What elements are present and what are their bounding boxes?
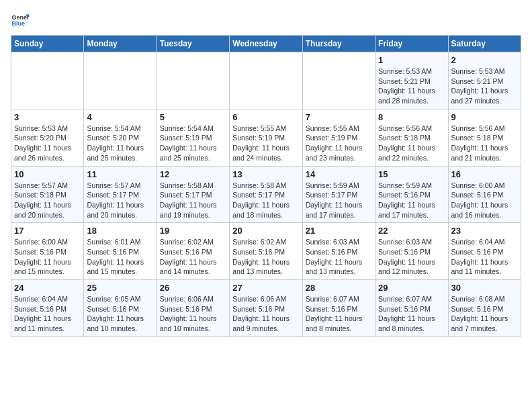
day-info: Sunrise: 5:53 AMSunset: 5:21 PMDaylight:… — [451, 66, 518, 106]
day-info: Sunrise: 5:59 AMSunset: 5:17 PMDaylight:… — [306, 181, 372, 220]
day-number: 19 — [160, 226, 226, 236]
calendar-cell — [11, 52, 84, 109]
calendar-cell: 27Sunrise: 6:06 AMSunset: 5:16 PMDayligh… — [230, 280, 302, 337]
logo-icon: General Blue — [11, 11, 30, 30]
day-number: 2 — [451, 55, 518, 65]
weekday-header-saturday: Saturday — [448, 36, 521, 52]
day-info: Sunrise: 6:06 AMSunset: 5:16 PMDaylight:… — [232, 294, 299, 334]
week-row-3: 10Sunrise: 5:57 AMSunset: 5:18 PMDayligh… — [11, 166, 521, 223]
day-number: 27 — [232, 283, 299, 293]
day-info: Sunrise: 6:02 AMSunset: 5:16 PMDaylight:… — [160, 237, 226, 277]
calendar-cell: 19Sunrise: 6:02 AMSunset: 5:16 PMDayligh… — [157, 223, 229, 280]
day-number: 28 — [306, 283, 372, 293]
day-info: Sunrise: 5:53 AMSunset: 5:20 PMDaylight:… — [14, 124, 81, 163]
day-info: Sunrise: 6:02 AMSunset: 5:16 PMDaylight:… — [232, 237, 299, 277]
day-info: Sunrise: 5:54 AMSunset: 5:20 PMDaylight:… — [87, 124, 153, 163]
day-info: Sunrise: 6:07 AMSunset: 5:16 PMDaylight:… — [378, 294, 445, 334]
day-info: Sunrise: 5:59 AMSunset: 5:16 PMDaylight:… — [378, 181, 445, 220]
day-number: 11 — [87, 169, 153, 179]
week-row-1: 1Sunrise: 5:53 AMSunset: 5:21 PMDaylight… — [11, 52, 521, 109]
calendar-cell: 28Sunrise: 6:07 AMSunset: 5:16 PMDayligh… — [302, 280, 375, 337]
day-info: Sunrise: 6:03 AMSunset: 5:16 PMDaylight:… — [378, 237, 445, 277]
week-row-5: 24Sunrise: 6:04 AMSunset: 5:16 PMDayligh… — [11, 280, 521, 337]
weekday-header-monday: Monday — [84, 36, 157, 52]
day-number: 14 — [306, 169, 372, 179]
calendar-cell: 26Sunrise: 6:06 AMSunset: 5:16 PMDayligh… — [157, 280, 229, 337]
day-info: Sunrise: 6:04 AMSunset: 5:16 PMDaylight:… — [451, 237, 518, 277]
day-number: 24 — [14, 283, 81, 293]
day-number: 1 — [378, 55, 445, 65]
day-number: 10 — [14, 169, 81, 179]
day-number: 13 — [232, 169, 299, 179]
day-number: 17 — [14, 226, 81, 236]
day-info: Sunrise: 6:08 AMSunset: 5:16 PMDaylight:… — [451, 294, 518, 334]
week-row-2: 3Sunrise: 5:53 AMSunset: 5:20 PMDaylight… — [11, 109, 521, 166]
calendar-cell: 22Sunrise: 6:03 AMSunset: 5:16 PMDayligh… — [375, 223, 448, 280]
week-row-4: 17Sunrise: 6:00 AMSunset: 5:16 PMDayligh… — [11, 223, 521, 280]
day-number: 22 — [378, 226, 445, 236]
calendar-cell: 7Sunrise: 5:55 AMSunset: 5:19 PMDaylight… — [302, 109, 375, 166]
day-number: 30 — [451, 283, 518, 293]
day-number: 9 — [451, 112, 518, 122]
calendar-cell: 2Sunrise: 5:53 AMSunset: 5:21 PMDaylight… — [448, 52, 521, 109]
day-info: Sunrise: 5:56 AMSunset: 5:18 PMDaylight:… — [378, 124, 445, 163]
day-number: 23 — [451, 226, 518, 236]
weekday-header-row: SundayMondayTuesdayWednesdayThursdayFrid… — [11, 36, 521, 52]
calendar-cell: 18Sunrise: 6:01 AMSunset: 5:16 PMDayligh… — [84, 223, 157, 280]
calendar-cell: 1Sunrise: 5:53 AMSunset: 5:21 PMDaylight… — [375, 52, 448, 109]
day-info: Sunrise: 6:00 AMSunset: 5:16 PMDaylight:… — [14, 237, 81, 277]
day-number: 6 — [232, 112, 299, 122]
day-number: 3 — [14, 112, 81, 122]
day-number: 25 — [87, 283, 153, 293]
day-info: Sunrise: 6:07 AMSunset: 5:16 PMDaylight:… — [306, 294, 372, 334]
day-info: Sunrise: 5:58 AMSunset: 5:17 PMDaylight:… — [232, 181, 299, 220]
calendar-cell: 6Sunrise: 5:55 AMSunset: 5:19 PMDaylight… — [230, 109, 302, 166]
calendar-cell: 9Sunrise: 5:56 AMSunset: 5:18 PMDaylight… — [448, 109, 521, 166]
calendar-cell: 17Sunrise: 6:00 AMSunset: 5:16 PMDayligh… — [11, 223, 84, 280]
day-number: 15 — [378, 169, 445, 179]
calendar-cell: 24Sunrise: 6:04 AMSunset: 5:16 PMDayligh… — [11, 280, 84, 337]
calendar-cell: 13Sunrise: 5:58 AMSunset: 5:17 PMDayligh… — [230, 166, 302, 223]
page-header: General Blue — [11, 11, 521, 30]
day-number: 29 — [378, 283, 445, 293]
calendar-cell: 20Sunrise: 6:02 AMSunset: 5:16 PMDayligh… — [230, 223, 302, 280]
calendar-cell: 15Sunrise: 5:59 AMSunset: 5:16 PMDayligh… — [375, 166, 448, 223]
day-info: Sunrise: 6:01 AMSunset: 5:16 PMDaylight:… — [87, 237, 153, 277]
logo: General Blue — [11, 11, 32, 30]
day-number: 4 — [87, 112, 153, 122]
calendar-cell: 14Sunrise: 5:59 AMSunset: 5:17 PMDayligh… — [302, 166, 375, 223]
calendar-cell: 3Sunrise: 5:53 AMSunset: 5:20 PMDaylight… — [11, 109, 84, 166]
day-info: Sunrise: 5:55 AMSunset: 5:19 PMDaylight:… — [232, 124, 299, 163]
day-info: Sunrise: 5:56 AMSunset: 5:18 PMDaylight:… — [451, 124, 518, 163]
weekday-header-tuesday: Tuesday — [157, 36, 229, 52]
day-info: Sunrise: 5:53 AMSunset: 5:21 PMDaylight:… — [378, 66, 445, 106]
day-number: 5 — [160, 112, 226, 122]
day-info: Sunrise: 5:54 AMSunset: 5:19 PMDaylight:… — [160, 124, 226, 163]
day-info: Sunrise: 6:06 AMSunset: 5:16 PMDaylight:… — [160, 294, 226, 334]
day-number: 16 — [451, 169, 518, 179]
svg-text:Blue: Blue — [11, 20, 25, 27]
day-info: Sunrise: 6:00 AMSunset: 5:16 PMDaylight:… — [451, 181, 518, 220]
calendar-cell — [84, 52, 157, 109]
weekday-header-friday: Friday — [375, 36, 448, 52]
day-number: 8 — [378, 112, 445, 122]
day-number: 12 — [160, 169, 226, 179]
weekday-header-sunday: Sunday — [11, 36, 84, 52]
day-info: Sunrise: 6:04 AMSunset: 5:16 PMDaylight:… — [14, 294, 81, 334]
calendar-cell: 25Sunrise: 6:05 AMSunset: 5:16 PMDayligh… — [84, 280, 157, 337]
day-info: Sunrise: 5:55 AMSunset: 5:19 PMDaylight:… — [306, 124, 372, 163]
day-info: Sunrise: 6:05 AMSunset: 5:16 PMDaylight:… — [87, 294, 153, 334]
calendar-table: SundayMondayTuesdayWednesdayThursdayFrid… — [11, 35, 521, 337]
day-number: 21 — [306, 226, 372, 236]
day-info: Sunrise: 5:57 AMSunset: 5:17 PMDaylight:… — [87, 181, 153, 220]
day-info: Sunrise: 6:03 AMSunset: 5:16 PMDaylight:… — [306, 237, 372, 277]
weekday-header-thursday: Thursday — [302, 36, 375, 52]
calendar-cell: 21Sunrise: 6:03 AMSunset: 5:16 PMDayligh… — [302, 223, 375, 280]
calendar-cell: 5Sunrise: 5:54 AMSunset: 5:19 PMDaylight… — [157, 109, 229, 166]
day-number: 18 — [87, 226, 153, 236]
day-number: 20 — [232, 226, 299, 236]
calendar-cell: 23Sunrise: 6:04 AMSunset: 5:16 PMDayligh… — [448, 223, 521, 280]
calendar-cell: 16Sunrise: 6:00 AMSunset: 5:16 PMDayligh… — [448, 166, 521, 223]
calendar-cell: 10Sunrise: 5:57 AMSunset: 5:18 PMDayligh… — [11, 166, 84, 223]
calendar-cell: 12Sunrise: 5:58 AMSunset: 5:17 PMDayligh… — [157, 166, 229, 223]
